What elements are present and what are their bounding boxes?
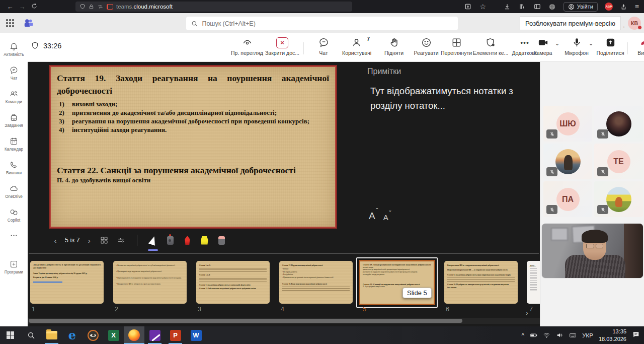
share-button[interactable]: Поділитися: [592, 37, 628, 56]
slide-thumbnail-3[interactable]: Стаття 1. п. 3. Стаття 1. п. 6 Стаття 7.…: [196, 261, 270, 304]
slide-thumbnail-5-selected[interactable]: Стаття 19. Заходи реагування на поуршенн…: [356, 257, 438, 308]
lock-icon[interactable]: [89, 4, 94, 10]
language-indicator[interactable]: УКР: [582, 332, 593, 338]
save-page-icon[interactable]: [464, 3, 472, 11]
leave-button[interactable]: Вийти: [629, 37, 644, 56]
presenter-preview-button[interactable]: Пр. перегляд: [229, 37, 265, 56]
speaker-icon[interactable]: [556, 331, 564, 339]
downloads-icon[interactable]: [503, 3, 511, 11]
slide-thumbnail-2[interactable]: • Визначення академічної доброчесності т…: [113, 261, 187, 304]
stop-presenting-button[interactable]: × Закрити дос...: [264, 37, 300, 56]
permissions-icon[interactable]: [97, 4, 104, 10]
clock[interactable]: 13:35 18.03.2026: [599, 328, 626, 343]
edge-button[interactable]: e: [62, 326, 83, 344]
file-explorer-button[interactable]: [41, 326, 62, 344]
library-icon[interactable]: [518, 3, 526, 11]
sign-in-button[interactable]: Увійти: [564, 2, 598, 12]
notes-font-controls: Aˆ Aˇ: [369, 211, 388, 222]
sidebar-item-copilot[interactable]: Copilot: [0, 203, 28, 227]
slide-thumbnail-4[interactable]: Стаття 17. Порушення академічної доброче…: [279, 261, 353, 304]
teams-logo-icon[interactable]: [23, 18, 34, 29]
firefox-button[interactable]: [124, 326, 144, 344]
slide-thumbnail-1[interactable]: Академічна доброчесність в організації т…: [30, 261, 104, 304]
raise-hand-button[interactable]: Підняти: [376, 37, 412, 56]
sidebar-item-calls[interactable]: Виклики: [0, 156, 28, 179]
battery-icon[interactable]: [530, 331, 537, 339]
search-icon: [191, 20, 198, 27]
pointer-tool[interactable]: [144, 233, 162, 248]
participant-tile[interactable]: ШЮ: [543, 106, 592, 142]
pen-tool[interactable]: [179, 233, 196, 248]
control-elements-button[interactable]: Елементи ке...: [472, 37, 509, 56]
extensions-globe-icon[interactable]: [548, 3, 556, 11]
start-button[interactable]: [0, 326, 21, 344]
excel-button[interactable]: X: [103, 326, 124, 344]
browser-reload-icon[interactable]: [28, 3, 40, 11]
slide-settings-button[interactable]: [117, 236, 126, 245]
sidebar-item-apps[interactable]: Програми: [0, 255, 28, 279]
view-button[interactable]: Переглянути: [438, 37, 474, 56]
purple-app-button[interactable]: [144, 326, 165, 344]
slide-thumbnail-7[interactable]: Дома...: [527, 261, 540, 304]
keyboard-icon[interactable]: [569, 331, 577, 339]
thumbnail-number: 5: [363, 306, 366, 313]
filmstrip-next-button[interactable]: ›: [526, 309, 528, 317]
highlighter-tool[interactable]: [196, 233, 213, 248]
slide-tooltip: Slide 5: [403, 288, 432, 298]
slide-canvas[interactable]: Стаття 19. Заходи реагування на поуршенн…: [49, 65, 337, 229]
chat-button[interactable]: Чат: [305, 37, 342, 56]
laser-pointer-tool[interactable]: [162, 233, 179, 248]
scrollbar-thumb[interactable]: [29, 319, 462, 323]
participant-tile[interactable]: ПА: [543, 181, 592, 217]
container-tab-icon[interactable]: [107, 4, 113, 10]
browser-forward-icon[interactable]: →: [16, 3, 28, 11]
share-browser-icon[interactable]: [620, 3, 628, 11]
eraser-tool[interactable]: [213, 233, 230, 248]
participant-tile[interactable]: ТЕ: [594, 144, 643, 179]
taskbar-search-button[interactable]: [21, 326, 41, 344]
list-item: 2)притягнення до академічної та/або дисц…: [57, 108, 329, 117]
tray-expand-button[interactable]: ^: [522, 332, 525, 339]
sidebar-item-calendar[interactable]: Календар: [0, 132, 28, 156]
waffle-icon[interactable]: [6, 19, 14, 27]
word-button[interactable]: W: [186, 326, 206, 344]
powerpoint-button[interactable]: P: [165, 326, 186, 344]
sidebar-item-activity[interactable]: Активність: [0, 37, 28, 61]
participants-button[interactable]: 7 Користувачі: [339, 37, 375, 56]
tracking-shield-icon[interactable]: [79, 4, 86, 10]
font-increase-button[interactable]: Aˆ: [369, 211, 375, 222]
prev-slide-button[interactable]: ‹: [49, 236, 62, 245]
premium-banner[interactable]: Розблокувати преміум-версію: [520, 16, 621, 30]
browser-back-icon[interactable]: ←: [4, 3, 16, 11]
participant-tile[interactable]: [594, 181, 643, 217]
app-rail: Активність Чат Команди Завдання Календар…: [0, 33, 28, 326]
menu-icon[interactable]: ≡: [635, 3, 639, 11]
sidebar-more-button[interactable]: [0, 227, 28, 244]
grid-view-button[interactable]: [100, 236, 109, 245]
url-text[interactable]: teams.cloud.microsoft: [116, 4, 173, 10]
url-bar[interactable]: teams.cloud.microsoft: [75, 2, 352, 12]
viewer-app-button[interactable]: [83, 326, 103, 344]
font-decrease-button[interactable]: Aˇ: [383, 213, 388, 222]
slide-thumbnail-6[interactable]: Використання ШІ не є порушенням академіч…: [444, 261, 518, 304]
sidebar-item-assignments[interactable]: Завдання: [0, 108, 28, 132]
sidebar-item-onedrive[interactable]: OneDrive: [0, 179, 28, 203]
sidebar-item-teams[interactable]: Команди: [0, 85, 28, 108]
bookmark-star-icon[interactable]: ☆: [479, 3, 487, 11]
notes-placeholder: Тут відображатимуться нотатки з розділу …: [370, 84, 543, 113]
search-input[interactable]: [202, 20, 453, 27]
filmstrip-scrollbar[interactable]: [28, 318, 540, 324]
participant-tile[interactable]: [543, 144, 592, 179]
slide-article22-sub: П. 4. до здобувачів вищої освіти: [57, 176, 329, 184]
action-center-button[interactable]: [632, 330, 640, 340]
background-door: [624, 224, 643, 279]
wifi-icon[interactable]: [543, 331, 550, 339]
sidebar-icon[interactable]: [533, 3, 541, 11]
search-bar[interactable]: [186, 17, 458, 30]
add-apps-icon: [9, 259, 19, 269]
adblock-icon[interactable]: ABP: [605, 3, 613, 11]
presenter-video-tile[interactable]: [541, 223, 643, 279]
participant-tile[interactable]: [594, 106, 643, 142]
next-slide-button[interactable]: ›: [83, 236, 96, 245]
sidebar-item-chat[interactable]: Чат: [0, 61, 28, 85]
